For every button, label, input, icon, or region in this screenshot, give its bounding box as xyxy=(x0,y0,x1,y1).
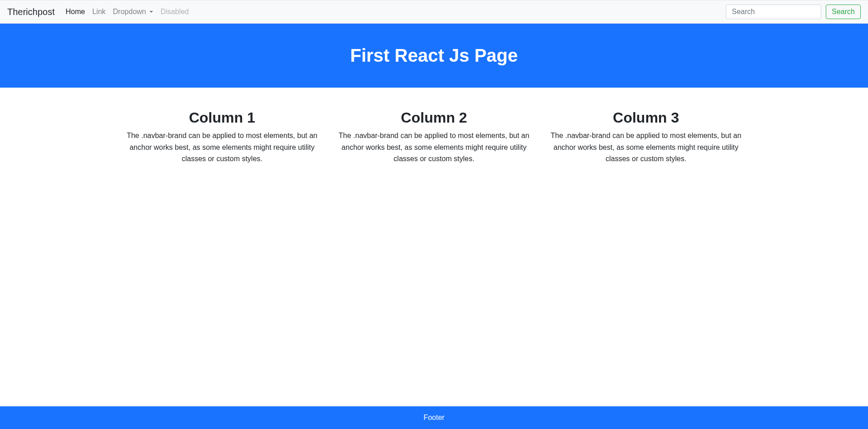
column-1: Column 1 The .navbar-brand can be applie… xyxy=(116,109,328,165)
dropdown-label: Dropdown xyxy=(113,8,146,16)
navbar-brand[interactable]: Therichpost xyxy=(7,7,62,17)
navbar-nav: Home Link Dropdown Disabled xyxy=(62,4,193,20)
column-3-title: Column 3 xyxy=(547,109,745,126)
column-2-text: The .navbar-brand can be applied to most… xyxy=(335,130,533,165)
columns-row: Column 1 The .navbar-brand can be applie… xyxy=(116,109,752,165)
column-3: Column 3 The .navbar-brand can be applie… xyxy=(540,109,752,165)
nav-item-disabled: Disabled xyxy=(157,4,192,20)
navbar-left: Therichpost Home Link Dropdown Disabled xyxy=(7,4,193,20)
nav-link-home[interactable]: Home xyxy=(66,8,85,15)
navbar: Therichpost Home Link Dropdown Disabled … xyxy=(0,0,868,24)
nav-item-dropdown: Dropdown xyxy=(109,4,157,20)
column-3-text: The .navbar-brand can be applied to most… xyxy=(547,130,745,165)
nav-link-link[interactable]: Link xyxy=(92,8,105,15)
main-content: Column 1 The .navbar-brand can be applie… xyxy=(0,88,868,406)
nav-item-home: Home xyxy=(62,4,89,20)
caret-down-icon xyxy=(149,11,153,13)
column-2-title: Column 2 xyxy=(335,109,533,126)
navbar-right: Search xyxy=(726,5,861,19)
footer: Footer xyxy=(0,406,868,429)
nav-link-disabled: Disabled xyxy=(160,8,188,15)
search-button[interactable]: Search xyxy=(826,5,861,19)
page-title: First React Js Page xyxy=(7,45,861,66)
column-1-title: Column 1 xyxy=(123,109,322,126)
search-input[interactable] xyxy=(726,5,821,19)
nav-item-link: Link xyxy=(89,4,109,20)
footer-text: Footer xyxy=(423,414,444,421)
column-1-text: The .navbar-brand can be applied to most… xyxy=(123,130,322,165)
jumbotron: First React Js Page xyxy=(0,24,868,88)
column-2: Column 2 The .navbar-brand can be applie… xyxy=(328,109,540,165)
nav-link-dropdown[interactable]: Dropdown xyxy=(113,8,154,16)
